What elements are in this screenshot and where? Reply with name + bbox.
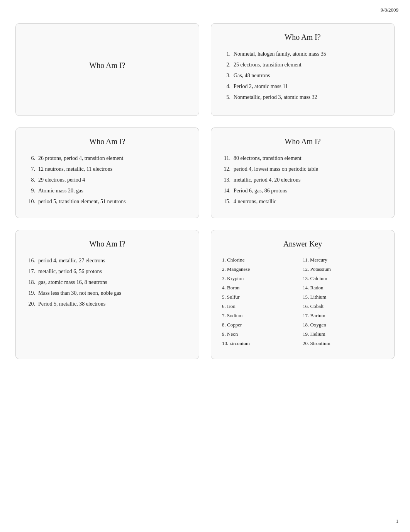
answer-item: 5. Sulfur bbox=[222, 292, 303, 302]
card-11-15-title: Who Am I? bbox=[222, 137, 383, 146]
card-11-15: Who Am I? 11.80 electrons, transition el… bbox=[211, 127, 395, 218]
answer-item: 13. Calcium bbox=[303, 274, 383, 283]
card-11-15-items: 11.80 electrons, transition element 12.p… bbox=[222, 153, 383, 207]
list-item: 6.26 protons, period 4, transition eleme… bbox=[27, 153, 188, 164]
list-item: 19.Mass less than 30, not neon, noble ga… bbox=[27, 288, 188, 299]
answer-item: 7. Sodium bbox=[222, 311, 303, 320]
list-item: 18.gas, atomic mass 16, 8 neutrons bbox=[27, 277, 188, 288]
answer-item: 11. Mercury bbox=[303, 255, 383, 265]
list-item: 20.Period 5, metallic, 38 electrons bbox=[27, 299, 188, 309]
list-item: 8.29 electrons, period 4 bbox=[27, 175, 188, 185]
list-item: 15.4 neutrons, metallic bbox=[222, 196, 383, 207]
card-6-10: Who Am I? 6.26 protons, period 4, transi… bbox=[15, 127, 199, 218]
answer-item: 15. Lithium bbox=[303, 292, 383, 302]
answer-item: 6. Iron bbox=[222, 302, 303, 311]
card-answer-key-title: Answer Key bbox=[222, 240, 383, 248]
answer-col-2: 11. Mercury 12. Potassium 13. Calcium 14… bbox=[303, 255, 383, 348]
card-1-5-title: Who Am I? bbox=[222, 33, 383, 42]
list-item: 14.Period 6, gas, 86 protons bbox=[222, 185, 383, 196]
answer-item: 14. Radon bbox=[303, 283, 383, 292]
list-item: 13.metallic, period 4, 20 electrons bbox=[222, 175, 383, 185]
answer-item: 3. Krypton bbox=[222, 274, 303, 283]
answer-item: 2. Manganese bbox=[222, 265, 303, 274]
answer-item: 8. Copper bbox=[222, 320, 303, 330]
answer-item: 1. Chlorine bbox=[222, 255, 303, 265]
card-16-20-items: 16.period 4, metallic, 27 electrons 17.m… bbox=[27, 255, 188, 309]
list-item: 1.Nonmetal, halogen family, atomic mass … bbox=[222, 49, 383, 59]
answer-item: 16. Cobalt bbox=[303, 302, 383, 311]
answer-key-body: 1. Chlorine 2. Manganese 3. Krypton 4. B… bbox=[222, 255, 383, 348]
list-item: 11.80 electrons, transition element bbox=[222, 153, 383, 164]
answer-item: 20. Strontium bbox=[303, 339, 383, 348]
card-6-10-items: 6.26 protons, period 4, transition eleme… bbox=[27, 153, 188, 207]
list-item: 16.period 4, metallic, 27 electrons bbox=[27, 255, 188, 266]
list-item: 7.12 neutrons, metallic, 11 electrons bbox=[27, 164, 188, 175]
list-item: 5.Nonmetallic, period 3, atomic mass 32 bbox=[222, 92, 383, 103]
answer-item: 12. Potassium bbox=[303, 265, 383, 274]
answer-item: 17. Barium bbox=[303, 311, 383, 320]
list-item: 17.metallic, period 6, 56 protons bbox=[27, 266, 188, 277]
card-1-5: Who Am I? 1.Nonmetal, halogen family, at… bbox=[211, 23, 395, 116]
list-item: 9.Atomic mass 20, gas bbox=[27, 185, 188, 196]
list-item: 12.period 4, lowest mass on periodic tab… bbox=[222, 164, 383, 175]
card-16-20-title: Who Am I? bbox=[27, 240, 188, 248]
answer-item: 10. zirconium bbox=[222, 339, 303, 348]
list-item: 2.25 electrons, transition element bbox=[222, 59, 383, 70]
card-blank-title: Who Am I? bbox=[89, 61, 125, 70]
card-blank: Who Am I? bbox=[15, 23, 199, 116]
page-number: 1 bbox=[396, 518, 399, 524]
date-label: 9/8/2009 bbox=[381, 7, 398, 13]
answer-item: 19. Helium bbox=[303, 330, 383, 339]
card-1-5-items: 1.Nonmetal, halogen family, atomic mass … bbox=[222, 49, 383, 103]
card-answer-key: Answer Key 1. Chlorine 2. Manganese 3. K… bbox=[211, 230, 395, 359]
answer-item: 9. Neon bbox=[222, 330, 303, 339]
answer-col-1: 1. Chlorine 2. Manganese 3. Krypton 4. B… bbox=[222, 255, 303, 348]
card-6-10-title: Who Am I? bbox=[27, 137, 188, 146]
list-item: 4.Period 2, atomic mass 11 bbox=[222, 81, 383, 92]
card-16-20: Who Am I? 16.period 4, metallic, 27 elec… bbox=[15, 230, 199, 359]
answer-item: 4. Boron bbox=[222, 283, 303, 292]
answer-item: 18. Oxygen bbox=[303, 320, 383, 330]
list-item: 3.Gas, 48 neutrons bbox=[222, 70, 383, 81]
list-item: 10.period 5, transition element, 51 neut… bbox=[27, 196, 188, 207]
main-grid: Who Am I? Who Am I? 1.Nonmetal, halogen … bbox=[0, 0, 410, 375]
